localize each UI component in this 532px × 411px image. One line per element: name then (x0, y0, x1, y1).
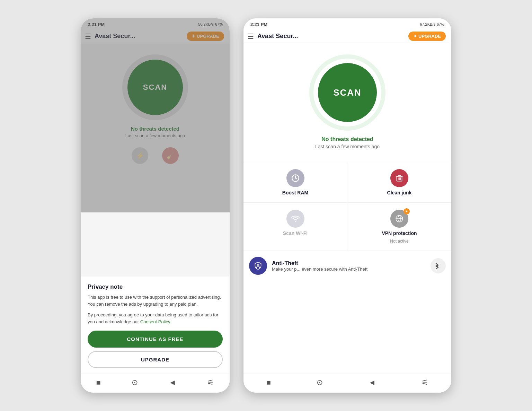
home-nav-icon-right[interactable]: ⊙ (317, 378, 323, 387)
status-bar-right: 2:21 PM 67.2KB/s 67% (243, 18, 451, 29)
scan-label-left: SCAN (143, 83, 167, 92)
header-right-group: ☰ Avast Secur... (248, 32, 298, 41)
threat-status-right: No threats detected (321, 136, 373, 142)
status-icons-left: 50.2KB/s 67% (198, 22, 223, 26)
battery-right: 67% (437, 22, 444, 26)
status-icons-right: 67.2KB/s 67% (420, 22, 444, 26)
scan-button-right[interactable]: SCAN (318, 63, 377, 122)
app-header-right: ☰ Avast Secur... ✦ UPGRADE (243, 29, 451, 44)
svg-point-5 (295, 221, 296, 222)
app-title-left: Avast Secur... (95, 33, 135, 40)
scan-wifi-label: Scan Wi-Fi (283, 230, 308, 236)
upgrade-button-right[interactable]: ✦ UPGRADE (408, 32, 446, 41)
scan-button-left[interactable]: SCAN (127, 60, 183, 115)
clean-junk-label: Clean junk (387, 190, 412, 195)
threat-status-left: No threats detected (131, 126, 179, 132)
stop-nav-icon-left[interactable]: ■ (96, 378, 101, 387)
right-phone: 2:21 PM 67.2KB/s 67% ☰ Avast Secur... ✦ … (243, 18, 451, 393)
boost-ram-label: Boost RAM (282, 190, 308, 195)
vpn-sub-label: Not active (390, 239, 408, 244)
anti-theft-expand-button[interactable] (431, 258, 446, 273)
last-scan-right: Last scan a few moments ago (315, 144, 380, 149)
hamburger-icon-left[interactable]: ☰ (85, 32, 91, 41)
app-header-left: ☰ Avast Secur... ✦ UPGRADE (81, 29, 230, 44)
status-bar-left: 2:21 PM 50.2KB/s 67% (81, 18, 230, 29)
scan-wifi-icon (286, 210, 304, 228)
scan-bottom-icons: ⚡ 🧹 (132, 147, 179, 164)
anti-theft-text: Anti-Theft Make your p... even more secu… (272, 260, 426, 272)
back-nav-icon-left[interactable]: ◄ (169, 378, 176, 387)
scan-label-right: SCAN (333, 87, 362, 98)
app-title-right: Avast Secur... (257, 33, 298, 40)
partial-icon-1: ⚡ (132, 147, 148, 164)
privacy-paragraph1: This app is free to use with the support… (88, 294, 223, 307)
speed-right: 67.2KB/s (420, 22, 435, 26)
features-grid: Boost RAM Clean junk (243, 162, 451, 251)
boost-ram-icon (286, 169, 304, 187)
scan-circle-outer-left: SCAN (122, 54, 188, 120)
feature-boost-ram[interactable]: Boost RAM (243, 162, 347, 203)
stop-nav-icon-right[interactable]: ■ (266, 378, 271, 387)
speed-left: 50.2KB/s (198, 22, 214, 26)
header-left-group: ☰ Avast Secur... (85, 32, 135, 41)
anti-theft-title: Anti-Theft (272, 260, 426, 266)
home-nav-icon-left[interactable]: ⊙ (132, 378, 138, 387)
scan-area-right: SCAN No threats detected Last scan a few… (243, 44, 451, 156)
upgrade-outline-button[interactable]: UPGRADE (88, 351, 223, 368)
vpn-premium-badge: ★ (404, 208, 410, 215)
svg-point-7 (257, 264, 259, 266)
feature-vpn[interactable]: ★ VPN protection Not active (347, 203, 451, 251)
bottom-nav-right: ■ ⊙ ◄ ⚟ (243, 374, 451, 393)
back-nav-icon-right[interactable]: ◄ (369, 378, 376, 387)
consent-policy-link[interactable]: Consent Policy. (140, 319, 171, 324)
continue-as-free-button[interactable]: CONTINUE AS FREE (88, 331, 223, 348)
menu-nav-icon-right[interactable]: ⚟ (422, 378, 428, 387)
privacy-paragraph2: By proceeding, you agree to your data be… (88, 312, 223, 325)
anti-theft-row[interactable]: Anti-Theft Make your p... even more secu… (243, 251, 451, 280)
vpn-icon-wrapper: ★ (390, 210, 408, 228)
scan-circle-outer-right: SCAN (309, 54, 385, 131)
privacy-note: Privacy note This app is free to use wit… (81, 277, 230, 374)
feature-scan-wifi[interactable]: Scan Wi-Fi (243, 203, 347, 251)
vpn-label: VPN protection (382, 230, 417, 236)
clean-junk-icon (390, 169, 408, 187)
hamburger-icon-right[interactable]: ☰ (248, 32, 254, 41)
scan-area-left: SCAN No threats detected Last scan a few… (81, 44, 230, 277)
menu-nav-icon-left[interactable]: ⚟ (207, 378, 214, 387)
time-left: 2:21 PM (88, 22, 105, 27)
left-phone: 2:21 PM 50.2KB/s 67% ☰ Avast Secur... ✦ … (81, 18, 230, 393)
partial-icon-2: 🧹 (162, 147, 179, 164)
feature-clean-junk[interactable]: Clean junk (347, 162, 451, 203)
anti-theft-icon (249, 257, 267, 275)
anti-theft-desc: Make your p... even more secure with Ant… (272, 266, 426, 272)
bottom-nav-left: ■ ⊙ ◄ ⚟ (81, 374, 230, 393)
time-right: 2:21 PM (250, 22, 267, 27)
last-scan-left: Last scan a few moments ago (125, 133, 185, 138)
privacy-title: Privacy note (88, 283, 223, 290)
upgrade-button-left[interactable]: ✦ UPGRADE (187, 32, 224, 41)
battery-left: 67% (215, 22, 223, 26)
